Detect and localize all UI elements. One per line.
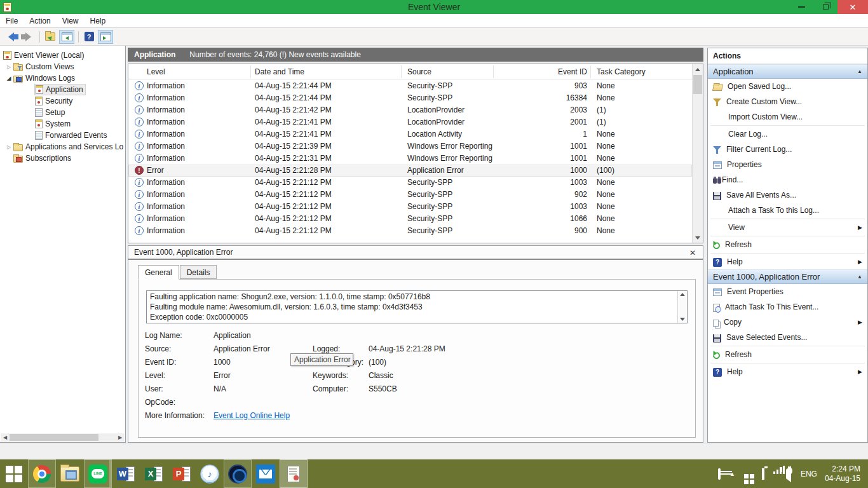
table-row[interactable]: iInformation04-Aug-15 2:21:12 PMSecurity… <box>128 177 692 189</box>
event-log-online-help-link[interactable]: Event Log Online Help <box>214 411 290 420</box>
table-row[interactable]: iInformation04-Aug-15 2:21:12 PMSecurity… <box>128 213 692 225</box>
taskbar-file-explorer-button[interactable] <box>56 459 84 488</box>
table-row[interactable]: iInformation04-Aug-15 2:21:42 PMLocation… <box>128 104 692 116</box>
taskbar-chrome-button[interactable] <box>28 459 56 488</box>
action-item-view[interactable]: View▶ <box>708 220 867 235</box>
table-row[interactable]: !Error04-Aug-15 2:21:28 PMApplication Er… <box>128 165 692 177</box>
preview-close-icon[interactable]: ✕ <box>688 248 698 258</box>
close-button[interactable]: ✕ <box>837 0 868 14</box>
action-item-help[interactable]: ?Help▶ <box>708 364 867 379</box>
table-row[interactable]: iInformation04-Aug-15 2:21:41 PMLocation… <box>128 128 692 140</box>
folder-sub-icon <box>13 156 23 163</box>
action-item-attach-a-task-to-this-log[interactable]: Attach a Task To this Log... <box>708 203 867 218</box>
scroll-left-icon[interactable]: ◀ <box>1 433 10 442</box>
tree-item-system[interactable]: System <box>0 118 125 130</box>
menu-item-file[interactable]: File <box>0 14 24 28</box>
column-header-eventid[interactable]: Event ID <box>499 64 587 79</box>
column-header-taskcategory[interactable]: Task Category <box>597 64 646 79</box>
taskbar-powerpoint-button[interactable]: P <box>168 459 196 488</box>
show-hidden-icons-chevron[interactable]: ▲ <box>729 471 735 477</box>
collapse-chevron-icon[interactable]: ▲ <box>857 69 862 74</box>
table-vertical-scrollbar[interactable] <box>692 64 703 243</box>
tree-item-subscriptions[interactable]: Subscriptions <box>0 152 125 164</box>
action-item-clear-log[interactable]: Clear Log... <box>708 126 867 142</box>
restore-button[interactable] <box>813 0 837 14</box>
action-item-filter-current-log[interactable]: Filter Current Log... <box>708 142 867 157</box>
clock[interactable]: 2:24 PM 04-Aug-15 <box>825 464 860 484</box>
forward-button[interactable] <box>20 30 36 44</box>
action-item-save-selected-events[interactable]: Save Selected Events... <box>708 330 867 345</box>
tree-item-forwarded-events[interactable]: Forwarded Events <box>0 130 125 141</box>
action-item-refresh[interactable]: Refresh <box>708 237 867 252</box>
action-item-properties[interactable]: Properties <box>708 157 867 172</box>
scrollbar-thumb[interactable] <box>693 75 702 94</box>
table-row[interactable]: iInformation04-Aug-15 2:21:12 PMSecurity… <box>128 201 692 213</box>
battery-icon[interactable] <box>762 470 764 478</box>
scroll-up-icon[interactable] <box>680 290 685 296</box>
taskbar-mail-button[interactable] <box>252 459 280 488</box>
menu-item-help[interactable]: Help <box>85 14 112 28</box>
action-item-attach-task-to-this-event[interactable]: Attach Task To This Event... <box>708 299 867 315</box>
tab-details[interactable]: Details <box>180 265 217 279</box>
action-item-import-custom-view[interactable]: Import Custom View... <box>708 109 867 125</box>
tree-item-windows-logs[interactable]: ◢Windows Logs <box>0 72 125 84</box>
action-item-event-properties[interactable]: Event Properties <box>708 284 867 299</box>
column-header-datetime[interactable]: Date and Time <box>255 64 304 79</box>
action-item-copy[interactable]: Copy▶ <box>708 315 867 330</box>
action-item-open-saved-log[interactable]: Open Saved Log... <box>708 79 867 94</box>
volume-icon[interactable] <box>782 470 791 478</box>
action-item-find[interactable]: Find... <box>708 172 867 187</box>
tree-item-event-viewer-local-[interactable]: Event Viewer (Local) <box>0 50 125 61</box>
table-row[interactable]: iInformation04-Aug-15 2:21:41 PMLocation… <box>128 116 692 128</box>
table-row[interactable]: iInformation04-Aug-15 2:21:12 PMSecurity… <box>128 225 692 237</box>
scrollbar-thumb[interactable] <box>10 434 98 441</box>
touch-keyboard-icon[interactable] <box>718 470 721 478</box>
menu-item-view[interactable]: View <box>57 14 85 28</box>
tree-collapsed-icon[interactable]: ▷ <box>5 144 13 150</box>
action-item-save-all-events-as[interactable]: Save All Events As... <box>708 187 867 203</box>
taskbar-itunes-button[interactable]: ♪ <box>196 459 224 488</box>
tree-item-application[interactable]: Application <box>0 84 125 95</box>
taskbar-event-viewer-button[interactable] <box>280 459 308 488</box>
scroll-down-icon[interactable] <box>693 233 703 243</box>
show-action-pane-button[interactable] <box>98 30 113 44</box>
table-row[interactable]: iInformation04-Aug-15 2:21:31 PMWindows … <box>128 152 692 165</box>
actions-section-header[interactable]: Event 1000, Application Error▲ <box>708 269 867 284</box>
minimize-button[interactable] <box>789 0 813 14</box>
scroll-up-icon[interactable] <box>693 64 703 74</box>
action-item-refresh[interactable]: Refresh <box>708 347 867 362</box>
menu-item-action[interactable]: Action <box>24 14 56 28</box>
column-header-source[interactable]: Source <box>407 64 431 79</box>
table-row[interactable]: iInformation04-Aug-15 2:21:12 PMSecurity… <box>128 189 692 201</box>
collapse-chevron-icon[interactable]: ▲ <box>857 274 862 280</box>
show-console-tree-button[interactable] <box>59 30 74 44</box>
help-button[interactable]: ? <box>81 30 97 44</box>
tab-general[interactable]: General <box>138 265 179 280</box>
table-row[interactable]: iInformation04-Aug-15 2:21:44 PMSecurity… <box>128 80 692 92</box>
action-item-create-custom-view[interactable]: Create Custom View... <box>708 94 867 109</box>
table-row[interactable]: iInformation04-Aug-15 2:21:44 PMSecurity… <box>128 92 692 104</box>
language-indicator[interactable]: ENG <box>801 470 817 478</box>
table-row[interactable]: iInformation04-Aug-15 2:21:39 PMWindows … <box>128 140 692 152</box>
taskbar-line-button[interactable]: LINE <box>84 459 112 488</box>
tree-item-custom-views[interactable]: ▷Custom Views <box>0 61 125 72</box>
event-description-box[interactable]: Faulting application name: Shogun2.exe, … <box>146 290 688 323</box>
tree-item-security[interactable]: Security <box>0 95 125 107</box>
back-button[interactable] <box>4 30 19 44</box>
tree-horizontal-scrollbar[interactable]: ◀ ▶ <box>1 433 125 442</box>
scroll-down-icon[interactable] <box>680 318 685 323</box>
taskbar-word-button[interactable]: W <box>112 459 140 488</box>
taskbar-start-button[interactable] <box>0 459 28 488</box>
export-button[interactable] <box>43 30 58 44</box>
column-header-level[interactable]: Level <box>147 64 165 79</box>
scroll-right-icon[interactable]: ▶ <box>116 433 125 442</box>
tree-item-applications-and-services-lo[interactable]: ▷Applications and Services Lo <box>0 141 125 152</box>
description-scrollbar[interactable] <box>677 291 687 323</box>
tree-collapsed-icon[interactable]: ▷ <box>5 64 13 70</box>
taskbar-media-app-button[interactable] <box>224 459 252 488</box>
taskbar-excel-button[interactable]: X <box>140 459 168 488</box>
actions-section-header[interactable]: Application▲ <box>708 64 867 79</box>
tree-item-setup[interactable]: Setup <box>0 107 125 118</box>
tree-expanded-icon[interactable]: ◢ <box>5 75 13 81</box>
action-item-help[interactable]: ?Help▶ <box>708 254 867 269</box>
